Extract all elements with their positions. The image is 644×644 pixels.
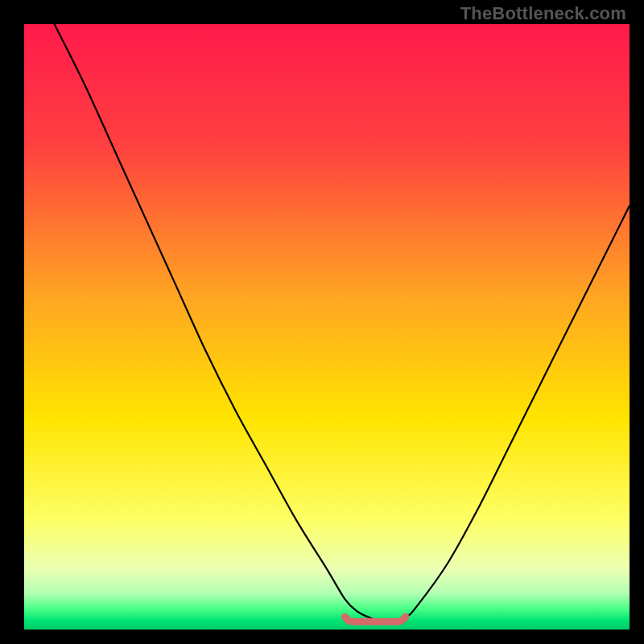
chart-svg (24, 24, 630, 630)
gradient-background (24, 24, 630, 630)
plot-area (24, 24, 630, 630)
outer-frame: TheBottleneck.com (0, 0, 644, 644)
watermark-text: TheBottleneck.com (460, 3, 626, 24)
